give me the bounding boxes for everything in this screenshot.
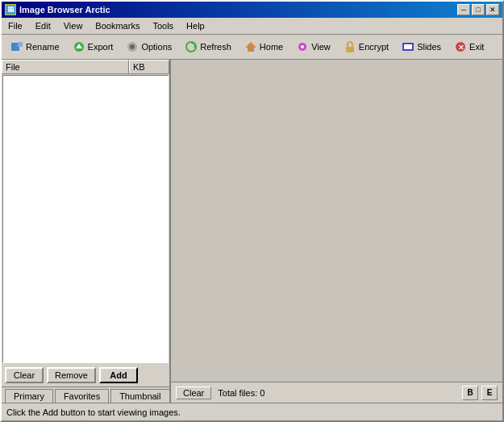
export-button[interactable]: Export: [67, 37, 119, 56]
svg-point-5: [130, 44, 135, 49]
left-tabs: Primary Favorites Thumbnail: [2, 386, 169, 403]
status-right-buttons: B E: [462, 386, 498, 400]
refresh-label: Refresh: [200, 42, 231, 52]
window-icon: 🖼: [5, 4, 16, 15]
encrypt-icon: [344, 40, 356, 53]
total-files-label: Total files: 0: [218, 388, 456, 398]
home-label: Home: [260, 42, 283, 52]
view-icon: [296, 40, 309, 53]
restore-button[interactable]: □: [472, 4, 485, 15]
svg-rect-11: [346, 47, 354, 52]
menu-bookmarks[interactable]: Bookmarks: [92, 19, 143, 32]
svg-rect-1: [18, 42, 23, 47]
remove-button[interactable]: Remove: [47, 367, 96, 383]
tab-thumbnail[interactable]: Thumbnail: [110, 389, 169, 403]
right-panel: Clear Total files: 0 B E: [171, 60, 502, 403]
slides-label: Slides: [417, 42, 441, 52]
encrypt-label: Encrypt: [359, 42, 389, 52]
add-button[interactable]: Add: [99, 367, 138, 383]
svg-rect-13: [404, 44, 412, 49]
encrypt-button[interactable]: Encrypt: [338, 37, 394, 56]
export-label: Export: [88, 42, 114, 52]
refresh-button[interactable]: Refresh: [179, 37, 237, 56]
menu-help[interactable]: Help: [183, 19, 208, 32]
file-list[interactable]: [2, 75, 169, 363]
minimize-button[interactable]: ─: [457, 4, 470, 15]
title-controls: ─ □ ✕: [457, 4, 499, 15]
status-clear-button[interactable]: Clear: [176, 386, 211, 399]
title-bar: 🖼 Image Browser Arctic ─ □ ✕: [2, 2, 502, 18]
options-label: Options: [141, 42, 172, 52]
rename-label: Rename: [26, 42, 60, 52]
svg-marker-8: [245, 42, 256, 52]
home-button[interactable]: Home: [239, 37, 289, 56]
left-buttons: Clear Remove Add: [2, 364, 169, 386]
main-window: 🖼 Image Browser Arctic ─ □ ✕ File Edit V…: [0, 0, 504, 422]
refresh-icon: [185, 40, 198, 53]
menu-tools[interactable]: Tools: [149, 19, 177, 32]
preview-area: [171, 60, 502, 382]
title-bar-left: 🖼 Image Browser Arctic: [5, 4, 110, 15]
tab-primary[interactable]: Primary: [5, 389, 53, 403]
exit-icon: ✕: [454, 40, 467, 53]
tab-favorites[interactable]: Favorites: [55, 389, 109, 403]
home-icon: [244, 40, 257, 53]
window-title: Image Browser Arctic: [19, 5, 110, 15]
exit-button[interactable]: ✕ Exit: [448, 37, 489, 56]
options-icon: [126, 40, 139, 53]
file-list-header: File KB: [2, 60, 169, 74]
rename-icon: [10, 40, 23, 53]
view-button[interactable]: View: [290, 37, 336, 56]
bottom-status: Click the Add button to start viewing im…: [2, 403, 502, 420]
menu-edit[interactable]: Edit: [32, 19, 54, 32]
col-file-header: File: [2, 60, 129, 73]
col-kb-header: KB: [129, 60, 169, 73]
exit-label: Exit: [469, 42, 484, 52]
slides-button[interactable]: Slides: [396, 37, 447, 56]
close-button[interactable]: ✕: [486, 4, 499, 15]
rename-button[interactable]: Rename: [5, 37, 65, 56]
options-button[interactable]: Options: [120, 37, 177, 56]
left-panel: File KB Clear Remove Add Primary Favorit…: [2, 60, 171, 403]
status-message: Click the Add button to start viewing im…: [6, 407, 498, 417]
toolbar: Rename Export Options Refresh Home: [2, 35, 502, 60]
view-label: View: [311, 42, 331, 52]
svg-text:✕: ✕: [458, 44, 464, 52]
clear-button[interactable]: Clear: [5, 367, 44, 383]
menu-bar: File Edit View Bookmarks Tools Help: [2, 18, 502, 35]
export-icon: [73, 40, 85, 53]
slides-icon: [402, 40, 414, 53]
menu-file[interactable]: File: [5, 19, 26, 32]
status-bar: Clear Total files: 0 B E: [171, 382, 502, 403]
btn-e[interactable]: E: [481, 386, 498, 400]
btn-b[interactable]: B: [462, 386, 478, 400]
main-content: File KB Clear Remove Add Primary Favorit…: [2, 60, 502, 403]
menu-view[interactable]: View: [60, 19, 86, 32]
svg-point-10: [301, 45, 304, 48]
